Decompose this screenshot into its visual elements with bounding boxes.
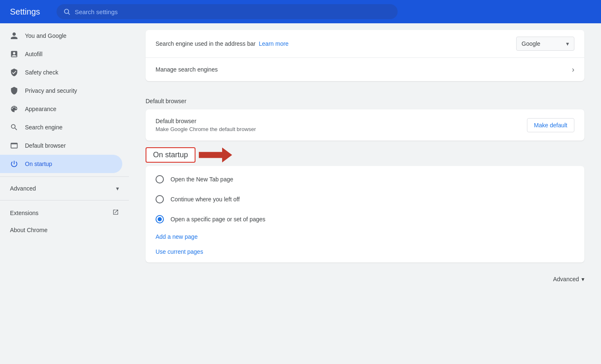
autofill-icon [10, 50, 18, 58]
on-startup-header-row: On startup [146, 147, 584, 163]
power-icon [10, 160, 18, 168]
search-bar[interactable] [57, 4, 398, 19]
radio-new-tab[interactable] [156, 175, 164, 183]
dropdown-value: Google [522, 40, 540, 47]
sidebar-divider-2 [0, 200, 129, 201]
sidebar-item-safety-check[interactable]: Safety check [0, 63, 122, 82]
sidebar-label-you-and-google: You and Google [25, 32, 67, 39]
chevron-right-icon: › [572, 65, 574, 74]
sidebar-extensions-label: Extensions [10, 210, 38, 216]
learn-more-link[interactable]: Learn more [259, 40, 289, 47]
main-content: Search engine used in the address bar Le… [129, 23, 601, 364]
chevron-down-icon: ▾ [116, 185, 119, 192]
svg-line-1 [68, 13, 69, 14]
sidebar: You and Google Autofill Safety check Pri… [0, 23, 129, 364]
app-header: Settings [0, 0, 601, 23]
default-browser-text-block: Default browser Make Google Chrome the d… [156, 118, 256, 132]
sidebar-label-default-browser: Default browser [25, 142, 66, 149]
sidebar-item-default-browser[interactable]: Default browser [0, 136, 122, 155]
sidebar-item-privacy[interactable]: Privacy and security [0, 82, 122, 100]
external-link-icon [112, 209, 119, 217]
add-new-page-button[interactable]: Add a new page [146, 229, 208, 244]
sidebar-advanced[interactable]: Advanced ▾ [0, 180, 129, 197]
default-browser-heading: Default browser [146, 88, 584, 109]
main-layout: You and Google Autofill Safety check Pri… [0, 23, 601, 364]
sidebar-label-autofill: Autofill [25, 51, 42, 57]
search-icon [63, 8, 70, 15]
manage-engines-row[interactable]: Manage search engines › [146, 58, 584, 81]
startup-option-specific-label: Open a specific page or set of pages [171, 216, 265, 223]
radio-inner-dot [158, 217, 162, 221]
palette-icon [10, 105, 18, 113]
search-engine-row: Search engine used in the address bar Le… [146, 30, 584, 58]
search-input[interactable] [75, 8, 391, 15]
search-engine-card: Search engine used in the address bar Le… [146, 30, 584, 81]
search-engine-text: Search engine used in the address bar Le… [156, 40, 516, 47]
annotation-arrow [199, 148, 232, 163]
startup-option-new-tab[interactable]: Open the New Tab page [146, 169, 584, 189]
use-current-pages-button[interactable]: Use current pages [146, 244, 213, 259]
sidebar-label-search-engine: Search engine [25, 124, 62, 131]
sidebar-label-safety-check: Safety check [25, 69, 58, 76]
on-startup-label-container: On startup [146, 147, 195, 163]
make-default-button[interactable]: Make default [527, 118, 574, 132]
default-browser-title: Default browser [156, 118, 256, 124]
startup-options-card: Open the New Tab page Continue where you… [146, 166, 584, 262]
sidebar-label-appearance: Appearance [25, 106, 57, 112]
chevron-down-icon: ▾ [566, 40, 569, 47]
browser-icon [10, 141, 18, 150]
search-engine-icon [10, 123, 18, 131]
bottom-advanced-chevron: ▾ [581, 276, 584, 282]
default-browser-subtitle: Make Google Chrome the default browser [156, 126, 256, 132]
sidebar-item-search-engine[interactable]: Search engine [0, 118, 122, 136]
sidebar-label-privacy: Privacy and security [25, 87, 77, 94]
radio-continue[interactable] [156, 195, 164, 203]
radio-specific-page[interactable] [156, 215, 164, 223]
sidebar-label-on-startup: On startup [25, 161, 52, 167]
bottom-advanced[interactable]: Advanced ▾ [146, 269, 584, 289]
sidebar-item-appearance[interactable]: Appearance [0, 100, 122, 118]
manage-search-engines-text: Manage search engines [156, 66, 572, 73]
sidebar-about-chrome-label: About Chrome [10, 227, 47, 233]
sidebar-item-you-and-google[interactable]: You and Google [0, 27, 122, 45]
startup-option-continue[interactable]: Continue where you left off [146, 189, 584, 209]
person-icon [10, 32, 18, 40]
startup-option-continue-label: Continue where you left off [171, 196, 240, 203]
default-browser-card: Default browser Make Google Chrome the d… [146, 109, 584, 141]
sidebar-item-on-startup[interactable]: On startup [0, 155, 122, 173]
sidebar-advanced-label: Advanced [10, 185, 36, 192]
sidebar-item-autofill[interactable]: Autofill [0, 45, 122, 63]
app-title: Settings [10, 7, 40, 17]
search-engine-dropdown[interactable]: Google ▾ [516, 37, 574, 51]
sidebar-item-extensions[interactable]: Extensions [0, 204, 129, 222]
sidebar-item-about-chrome[interactable]: About Chrome [0, 222, 129, 238]
shield-check-icon [10, 68, 18, 77]
bottom-advanced-label: Advanced [553, 276, 579, 282]
startup-option-specific-page[interactable]: Open a specific page or set of pages [146, 209, 584, 229]
on-startup-label: On startup [146, 147, 195, 163]
sidebar-divider [0, 176, 129, 177]
startup-option-new-tab-label: Open the New Tab page [171, 176, 233, 183]
red-arrow-shape [199, 148, 232, 163]
privacy-icon [10, 87, 18, 95]
